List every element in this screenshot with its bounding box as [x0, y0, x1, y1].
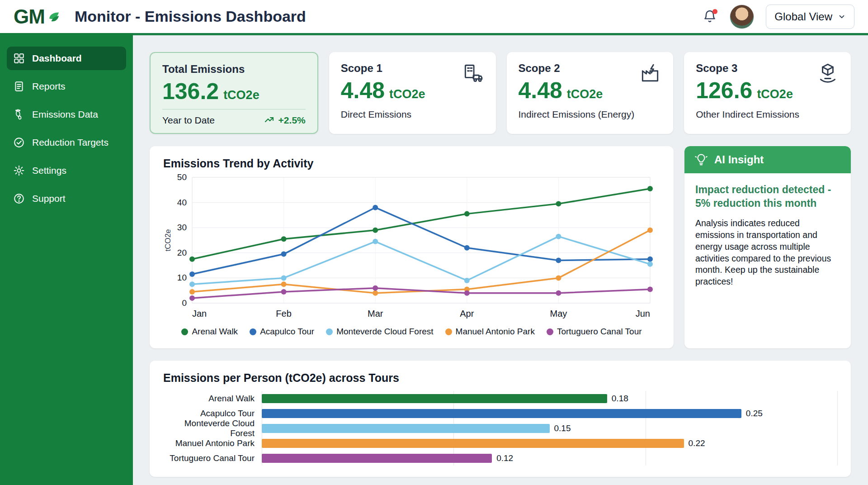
reports-icon: [13, 81, 25, 92]
gridline: [837, 451, 838, 466]
bar-row: Acapulco Tour0.25: [163, 406, 837, 421]
sidebar-item-support[interactable]: Support: [7, 187, 126, 210]
kpi-scope-1: Scope 1 4.48 tCO2e Direct Emissions: [329, 52, 496, 134]
chart-legend: Arenal WalkAcapulco TourMonteverde Cloud…: [163, 327, 660, 337]
sidebar-item-emissions-data[interactable]: Emissions Data: [7, 103, 126, 126]
kpi-unit: tCO2e: [223, 88, 259, 102]
kpi-delta-value: +2.5%: [278, 115, 306, 126]
bar-row: Tortuguero Canal Tour0.12: [163, 451, 837, 466]
bar-track: 0.18: [262, 391, 837, 406]
kpi-value: 136.2: [162, 80, 219, 103]
kpi-value: 4.48: [341, 79, 385, 102]
ai-insight-title: AI Insight: [714, 153, 764, 166]
bar-track: 0.25: [262, 406, 837, 421]
kpi-scope-2: Scope 2 4.48 tCO2e Indirect Emissions (E…: [507, 52, 674, 134]
main-content: Total Emissions 136.2 tCO2e Year to Date…: [133, 33, 868, 485]
emissions-per-person-card: Emissions per Person (tCO2e) across Tour…: [150, 361, 851, 477]
gear-icon: [13, 165, 25, 176]
gridline: [837, 406, 838, 421]
bar: [262, 439, 684, 448]
kpi-subtitle: Indirect Emissions (Energy): [519, 109, 662, 120]
svg-text:10: 10: [177, 273, 187, 282]
legend-label: Arenal Walk: [192, 327, 238, 337]
sidebar-item-reports[interactable]: Reports: [7, 75, 126, 98]
sidebar: Dashboard Reports Emissions Data Reducti…: [0, 33, 133, 485]
emissions-per-person-chart: Arenal Walk0.18Acapulco Tour0.25Montever…: [163, 391, 837, 466]
legend-dot: [326, 328, 333, 335]
ai-insight-card: AI Insight Impact reduction detected - 5…: [684, 146, 851, 348]
svg-text:20: 20: [177, 248, 187, 257]
lightbulb-icon: [694, 153, 708, 166]
bar-category-label: Manuel Antonio Park: [163, 438, 262, 448]
sidebar-item-label: Support: [32, 193, 66, 204]
legend-dot: [547, 328, 553, 335]
gridline: [837, 391, 838, 406]
logo-text: GM: [14, 5, 45, 28]
middle-row: Emissions Trend by Activity 01020304050J…: [150, 146, 851, 348]
bar-category-label: Tortuguero Canal Tour: [163, 453, 262, 463]
topbar: GM Monitor - Emissions Dashboard Global …: [0, 0, 868, 33]
kpi-row: Total Emissions 136.2 tCO2e Year to Date…: [150, 52, 851, 134]
sidebar-item-dashboard[interactable]: Dashboard: [7, 47, 126, 70]
svg-text:30: 30: [177, 223, 187, 232]
kpi-subtitle: Other Indirect Emissions: [696, 109, 839, 120]
sidebar-item-settings[interactable]: Settings: [7, 159, 126, 182]
target-check-icon: [13, 137, 25, 148]
line-chart-svg: 01020304050JanFebMarAprMayJuntCO2e: [163, 170, 658, 322]
svg-text:Jan: Jan: [192, 309, 207, 319]
bar: [262, 394, 607, 403]
svg-text:Jun: Jun: [636, 309, 650, 319]
bar-category-label: Acapulco Tour: [163, 409, 262, 418]
emissions-trend-chart: 01020304050JanFebMarAprMayJuntCO2e: [163, 170, 660, 324]
bar-row: Manuel Antonio Park0.22: [163, 436, 837, 451]
help-icon: [13, 193, 25, 204]
legend-label: Acapulco Tour: [260, 327, 314, 337]
gridline: [646, 421, 646, 436]
bar-value: 0.15: [554, 423, 571, 433]
avatar[interactable]: [730, 5, 754, 29]
kpi-title: Total Emissions: [162, 63, 306, 76]
legend-dot: [181, 328, 188, 335]
kpi-delta: +2.5%: [264, 115, 306, 126]
global-view-button[interactable]: Global View: [766, 5, 854, 29]
kpi-value: 4.48: [519, 79, 562, 102]
sidebar-item-label: Dashboard: [32, 53, 82, 64]
kpi-value: 126.6: [696, 79, 752, 102]
legend-item: Monteverde Cloud Forest: [326, 327, 433, 337]
building-truck-icon: [462, 62, 484, 86]
notifications-button[interactable]: [703, 9, 718, 24]
svg-text:Feb: Feb: [276, 309, 291, 319]
bar-track: 0.22: [262, 436, 837, 451]
bar-track: 0.15: [262, 421, 837, 436]
legend-label: Monteverde Cloud Forest: [336, 327, 433, 337]
kpi-scope-3: Scope 3 126.6 tCO2e Other Indirect Emiss…: [684, 52, 851, 134]
sidebar-item-reduction-targets[interactable]: Reduction Targets: [7, 131, 126, 154]
bar-category-label: Monteverde Cloud Forest: [163, 418, 262, 438]
notification-dot: [712, 9, 717, 14]
legend-dot: [445, 328, 452, 335]
svg-text:Mar: Mar: [368, 309, 383, 319]
trend-chart-title: Emissions Trend by Activity: [163, 157, 660, 170]
gridline: [837, 421, 838, 436]
topbar-right: Global View: [703, 5, 854, 29]
gridline: [837, 436, 838, 451]
svg-text:0: 0: [182, 298, 187, 308]
kpi-total-emissions: Total Emissions 136.2 tCO2e Year to Date…: [150, 52, 318, 134]
app-body: Dashboard Reports Emissions Data Reducti…: [0, 33, 868, 485]
gridline: [646, 451, 646, 466]
bar-chart-title: Emissions per Person (tCO2e) across Tour…: [163, 371, 837, 385]
bar: [262, 409, 741, 418]
trend-up-icon: [264, 115, 275, 126]
svg-text:tCO2e: tCO2e: [164, 229, 172, 251]
sidebar-item-label: Settings: [32, 165, 66, 176]
legend-item: Manuel Antonio Park: [445, 327, 535, 337]
bar-value: 0.12: [496, 453, 513, 463]
app-logo: GM: [14, 5, 63, 28]
kpi-subtitle: Year to Date: [162, 115, 215, 126]
gridline: [646, 391, 646, 406]
package-hand-icon: [816, 62, 839, 86]
legend-dot: [250, 328, 256, 335]
bar-row: Arenal Walk0.18: [163, 391, 837, 406]
bar-value: 0.25: [746, 409, 763, 418]
bar-value: 0.22: [689, 438, 705, 448]
